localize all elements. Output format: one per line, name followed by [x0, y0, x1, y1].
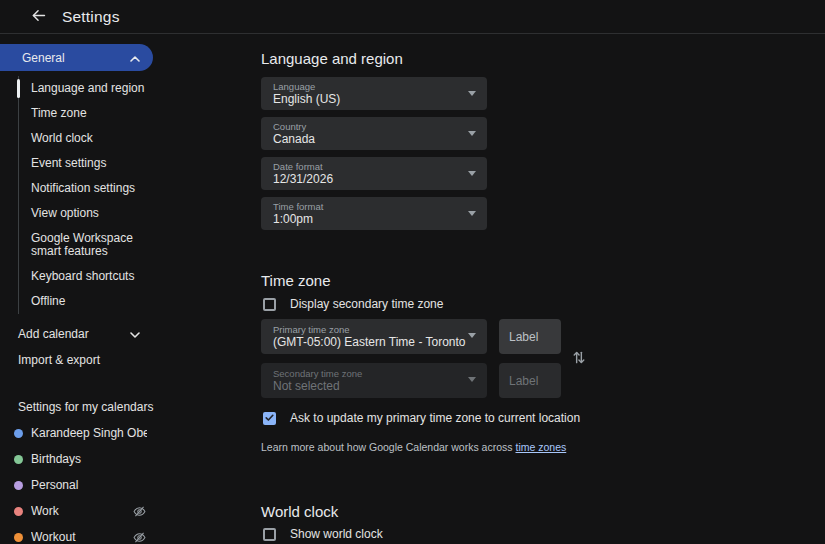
sidebar-item-keyboard-shortcuts[interactable]: Keyboard shortcuts — [19, 264, 152, 289]
sidebar-item-offline[interactable]: Offline — [19, 289, 152, 314]
checkbox-label: Ask to update my primary time zone to cu… — [290, 411, 580, 425]
calendar-color-dot — [14, 455, 23, 464]
visibility-off-icon — [133, 530, 147, 544]
sidebar-item-notification-settings[interactable]: Notification settings — [19, 176, 152, 201]
swap-vertical-icon — [572, 353, 586, 368]
learn-more-text: Learn more about how Google Calendar wor… — [261, 441, 821, 453]
section-title-language-region: Language and region — [261, 50, 821, 67]
add-calendar-label: Add calendar — [18, 327, 89, 341]
back-button[interactable] — [29, 8, 47, 26]
checkbox-label: Display secondary time zone — [290, 297, 443, 311]
calendar-color-dot — [14, 429, 23, 438]
section-title-world-clock: World clock — [261, 503, 821, 520]
sidebar-item-import-export[interactable]: Import & export — [0, 347, 153, 373]
sidebar-item-workspace-smart-features[interactable]: Google Workspace smart features — [19, 226, 152, 264]
calendar-color-dot — [14, 481, 23, 490]
import-export-label: Import & export — [18, 353, 100, 367]
swap-timezones-button[interactable] — [571, 350, 587, 366]
section-title-time-zone: Time zone — [261, 272, 821, 289]
calendar-label: Work — [31, 504, 125, 518]
secondary-timezone-label-input[interactable] — [499, 363, 561, 398]
my-calendars-header: Settings for my calendars — [18, 400, 256, 414]
field-label: Date format — [273, 161, 461, 172]
calendar-row-birthdays[interactable]: Birthdays — [0, 446, 153, 472]
dropdown-arrow-icon — [468, 333, 476, 338]
calendar-color-dot — [14, 507, 23, 516]
secondary-timezone-select[interactable]: Secondary time zone Not selected — [261, 363, 487, 398]
field-label: Secondary time zone — [273, 368, 461, 379]
dropdown-arrow-icon — [468, 211, 476, 216]
calendar-row-work[interactable]: Work — [0, 498, 153, 524]
show-world-clock-checkbox[interactable] — [263, 528, 276, 541]
checkbox-label: Show world clock — [290, 527, 383, 541]
checkmark-icon — [264, 409, 275, 427]
field-label: Time format — [273, 201, 461, 212]
learn-more-prefix: Learn more about how Google Calendar wor… — [261, 441, 515, 453]
timezone-fields: Primary time zone (GMT-05:00) Eastern Ti… — [261, 319, 825, 398]
calendar-color-dot — [14, 533, 23, 542]
calendar-label: Personal — [31, 478, 147, 492]
dropdown-arrow-icon — [468, 91, 476, 96]
field-value: English (US) — [273, 92, 461, 106]
dropdown-arrow-icon — [468, 171, 476, 176]
sidebar-item-view-options[interactable]: View options — [19, 201, 152, 226]
field-value: 1:00pm — [273, 212, 461, 226]
sidebar-item-language-and-region[interactable]: Language and region — [19, 76, 152, 101]
field-label: Country — [273, 121, 461, 132]
settings-content: Language and region Language English (US… — [261, 34, 821, 541]
field-value: 12/31/2026 — [273, 172, 461, 186]
time-format-select[interactable]: Time format 1:00pm — [261, 197, 487, 230]
chevron-up-icon — [130, 51, 140, 65]
sidebar-item-time-zone[interactable]: Time zone — [19, 101, 152, 126]
field-value: (GMT-05:00) Eastern Time - Toronto — [273, 335, 461, 349]
primary-timezone-label-input[interactable] — [499, 319, 561, 354]
dropdown-arrow-icon — [468, 377, 476, 382]
calendar-row-personal[interactable]: Personal — [0, 472, 153, 498]
chevron-down-icon — [130, 327, 140, 341]
ask-update-timezone-checkbox[interactable] — [263, 412, 276, 425]
sidebar-item-event-settings[interactable]: Event settings — [19, 151, 152, 176]
time-zones-link[interactable]: time zones — [515, 441, 566, 453]
field-label: Language — [273, 81, 461, 92]
sidebar-item-add-calendar[interactable]: Add calendar — [0, 321, 153, 347]
dropdown-arrow-icon — [468, 131, 476, 136]
country-select[interactable]: Country Canada — [261, 117, 487, 150]
calendar-label: Birthdays — [31, 452, 147, 466]
language-select[interactable]: Language English (US) — [261, 77, 487, 110]
display-secondary-timezone-checkbox[interactable] — [263, 298, 276, 311]
settings-sidebar: General Language and region Time zone Wo… — [0, 35, 256, 544]
field-value: Canada — [273, 132, 461, 146]
calendar-label: Workout — [31, 530, 125, 544]
display-secondary-timezone-row: Display secondary time zone — [261, 297, 821, 311]
sidebar-item-general[interactable]: General — [0, 44, 153, 71]
primary-timezone-select[interactable]: Primary time zone (GMT-05:00) Eastern Ti… — [261, 319, 487, 354]
sidebar-item-world-clock[interactable]: World clock — [19, 126, 152, 151]
date-format-select[interactable]: Date format 12/31/2026 — [261, 157, 487, 190]
settings-header: Settings — [0, 0, 825, 34]
page-title: Settings — [62, 8, 120, 26]
general-submenu: Language and region Time zone World cloc… — [18, 76, 152, 314]
arrow-left-icon — [30, 7, 47, 27]
ask-update-timezone-row: Ask to update my primary time zone to cu… — [261, 411, 821, 425]
calendar-row-workout[interactable]: Workout — [0, 524, 153, 544]
visibility-off-icon — [133, 504, 147, 518]
field-value: Not selected — [273, 379, 461, 393]
calendar-row-karandeep[interactable]: Karandeep Singh Oberoi — [0, 420, 153, 446]
general-label: General — [22, 51, 65, 65]
show-world-clock-row: Show world clock — [261, 527, 821, 541]
field-label: Primary time zone — [273, 324, 461, 335]
calendar-label: Karandeep Singh Oberoi — [31, 426, 147, 440]
